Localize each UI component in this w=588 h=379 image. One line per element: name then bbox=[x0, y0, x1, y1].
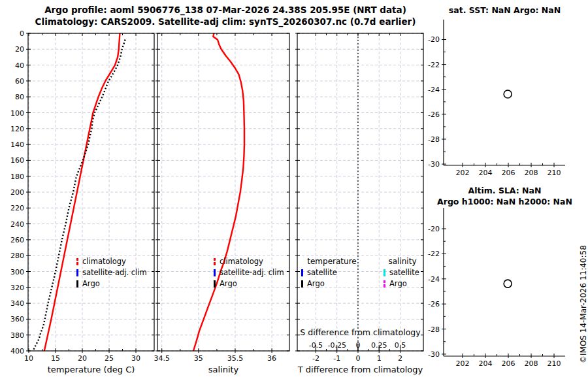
legend-item-argo: Argo bbox=[380, 278, 425, 289]
legend-label: satellite-adj. clim bbox=[82, 267, 147, 278]
climatology-line-swatch bbox=[76, 258, 78, 265]
svg-text:0.25: 0.25 bbox=[371, 341, 387, 350]
svg-text:0: 0 bbox=[355, 354, 360, 363]
svg-text:0.5: 0.5 bbox=[395, 341, 406, 350]
svg-text:180: 180 bbox=[10, 173, 24, 181]
svg-text:25: 25 bbox=[105, 354, 114, 363]
svg-text:20: 20 bbox=[78, 354, 87, 363]
t-difference-axis-label: T difference from climatology bbox=[297, 365, 423, 374]
svg-text:380: 380 bbox=[10, 331, 24, 340]
svg-text:300: 300 bbox=[10, 268, 24, 276]
argo-profile-line bbox=[33, 40, 125, 351]
salinity-legend: climatology satellite-adj. clim Argo bbox=[214, 256, 284, 289]
svg-text:-26: -26 bbox=[428, 300, 440, 308]
satellite-salinity-line-swatch bbox=[384, 269, 385, 276]
argo-line-swatch bbox=[76, 280, 78, 288]
svg-text:-20: -20 bbox=[428, 225, 440, 233]
satellite-temp-line-swatch bbox=[301, 269, 303, 276]
svg-text:210: 210 bbox=[547, 169, 561, 177]
panel-4: 202204206208210-20-22-24-26-28-30 bbox=[428, 208, 565, 368]
svg-text:-24: -24 bbox=[428, 86, 440, 94]
svg-text:340: 340 bbox=[10, 299, 24, 308]
svg-text:320: 320 bbox=[10, 284, 24, 292]
svg-text:15: 15 bbox=[51, 354, 60, 363]
legend-label: Argo bbox=[220, 278, 237, 289]
svg-text:360: 360 bbox=[10, 315, 24, 323]
legend-header-temperature: temperature bbox=[298, 256, 366, 267]
svg-text:208: 208 bbox=[525, 359, 538, 368]
sla-map-subtitle: Argo h1000: NaN h2000: NaN bbox=[425, 197, 585, 206]
svg-text:-28: -28 bbox=[428, 325, 440, 334]
svg-text:0: 0 bbox=[355, 341, 360, 350]
legend-label: satellite bbox=[307, 267, 337, 278]
svg-text:200: 200 bbox=[10, 188, 24, 197]
svg-text:240: 240 bbox=[10, 220, 24, 229]
legend-item-argo: Argo bbox=[76, 278, 147, 289]
svg-text:35.5: 35.5 bbox=[227, 354, 244, 363]
svg-text:40: 40 bbox=[15, 61, 24, 70]
salinity-axis-label: salinity bbox=[157, 365, 289, 374]
argo-temp-line-swatch bbox=[301, 280, 303, 288]
svg-text:20: 20 bbox=[15, 45, 24, 54]
legend-item-climatology: climatology bbox=[76, 256, 147, 267]
satellite-adj-clim-line-swatch bbox=[214, 269, 216, 276]
svg-text:10: 10 bbox=[24, 354, 33, 363]
legend-item-satellite: satellite bbox=[380, 267, 425, 278]
svg-text:202: 202 bbox=[456, 359, 470, 368]
svg-text:-30: -30 bbox=[428, 160, 440, 169]
panel-0: 1015202530020406080100120140160180200220… bbox=[10, 29, 154, 363]
climatology-line-swatch bbox=[214, 258, 216, 265]
legend-header-salinity: salinity bbox=[380, 256, 425, 267]
svg-text:204: 204 bbox=[479, 169, 493, 177]
svg-text:-28: -28 bbox=[428, 135, 440, 144]
argo-salinity-line-swatch bbox=[384, 280, 385, 288]
argo-line-swatch bbox=[214, 280, 216, 288]
legend-label: Argo bbox=[82, 278, 100, 289]
legend-label: satellite bbox=[389, 267, 419, 278]
legend-item-satellite: satellite bbox=[298, 267, 366, 278]
svg-text:-30: -30 bbox=[428, 350, 440, 359]
temperature-difference-legend: temperature satellite Argo bbox=[298, 256, 366, 289]
argo-float-position-marker bbox=[504, 280, 512, 288]
legend-item-climatology: climatology bbox=[214, 256, 284, 267]
main-title-line2: Climatology: CARS2009. Satellite-adj cli… bbox=[13, 16, 438, 27]
sst-map-title: sat. SST: NaN Argo: NaN bbox=[425, 5, 585, 15]
legend-item-satellite-adj-clim: satellite-adj. clim bbox=[214, 267, 284, 278]
main-title-line1: Argo profile: aoml 5906776_138 07-Mar-20… bbox=[13, 5, 438, 15]
argo-profile-screenshot: { "header": { "title_line1": "Argo profi… bbox=[0, 0, 588, 379]
svg-text:-20: -20 bbox=[428, 35, 440, 44]
svg-text:260: 260 bbox=[10, 236, 24, 244]
svg-text:220: 220 bbox=[10, 204, 24, 212]
temperature-axis-label: temperature (deg C) bbox=[28, 365, 154, 374]
svg-text:0: 0 bbox=[20, 29, 24, 38]
svg-text:204: 204 bbox=[479, 359, 493, 368]
svg-text:35: 35 bbox=[194, 354, 203, 363]
svg-text:210: 210 bbox=[547, 359, 561, 368]
satellite-adj-clim-line-swatch bbox=[76, 269, 78, 276]
svg-text:280: 280 bbox=[10, 252, 24, 260]
legend-label: Argo bbox=[307, 278, 325, 289]
temperature-legend: climatology satellite-adj. clim Argo bbox=[76, 256, 147, 289]
svg-text:140: 140 bbox=[10, 140, 24, 149]
svg-text:60: 60 bbox=[15, 77, 24, 86]
svg-text:202: 202 bbox=[456, 169, 470, 177]
svg-text:206: 206 bbox=[502, 169, 515, 177]
legend-label: satellite-adj. clim bbox=[220, 267, 284, 278]
legend-label: climatology bbox=[220, 256, 263, 267]
svg-text:120: 120 bbox=[10, 125, 24, 133]
panel-2: -2-1012-0.5-0.2500.250.5 bbox=[295, 33, 423, 363]
legend-item-satellite-adj-clim: satellite-adj. clim bbox=[76, 267, 147, 278]
svg-text:30: 30 bbox=[131, 354, 140, 363]
svg-text:36: 36 bbox=[267, 354, 276, 363]
svg-text:2: 2 bbox=[398, 354, 402, 363]
svg-text:-22: -22 bbox=[428, 61, 440, 69]
svg-text:34.5: 34.5 bbox=[154, 354, 170, 363]
legend-item-argo: Argo bbox=[298, 278, 366, 289]
svg-text:160: 160 bbox=[10, 156, 24, 165]
panel-1: 34.53535.536 bbox=[154, 33, 289, 363]
svg-text:-26: -26 bbox=[428, 110, 440, 119]
svg-text:206: 206 bbox=[502, 359, 515, 368]
svg-text:-0.25: -0.25 bbox=[327, 341, 346, 350]
svg-text:1: 1 bbox=[377, 354, 382, 363]
svg-text:-0.5: -0.5 bbox=[309, 341, 323, 350]
